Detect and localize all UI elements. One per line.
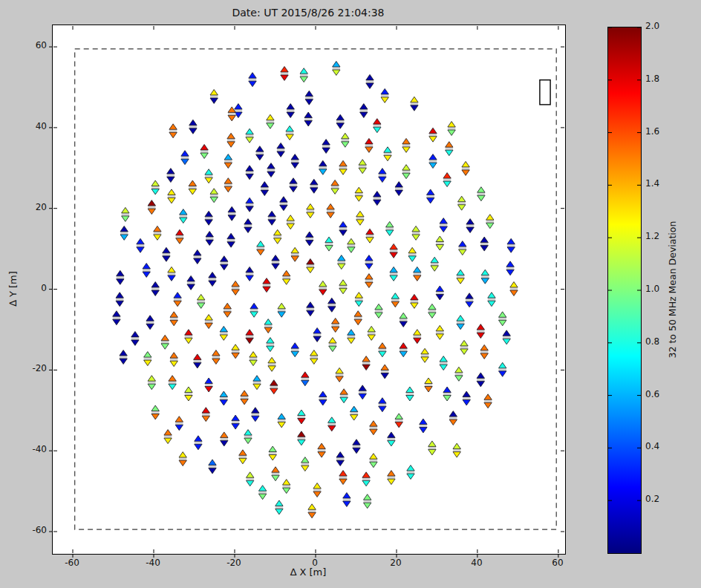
antenna-marker	[168, 267, 175, 281]
antenna-marker	[224, 303, 231, 317]
antenna-marker	[263, 278, 270, 293]
antenna-marker	[484, 394, 492, 408]
antenna-marker	[339, 471, 347, 485]
antenna-marker	[194, 354, 201, 368]
antenna-marker	[239, 450, 247, 464]
antenna-marker	[148, 200, 155, 215]
antenna-marker	[354, 311, 362, 325]
antenna-marker	[272, 255, 279, 270]
antenna-marker	[390, 267, 397, 281]
antenna-marker	[365, 255, 373, 270]
antenna-marker	[151, 180, 159, 195]
antenna-marker	[338, 255, 345, 270]
figure: Date: UT 2015/8/26 21:04:38 -60-40-20020…	[0, 0, 701, 588]
antenna-marker	[264, 319, 272, 333]
antenna-marker	[306, 232, 313, 246]
antenna-marker	[328, 417, 336, 431]
antenna-marker	[477, 324, 484, 339]
antenna-marker	[362, 472, 370, 486]
antenna-marker	[395, 414, 402, 428]
antenna-marker	[113, 311, 120, 325]
antenna-marker	[362, 356, 370, 370]
antenna-marker	[181, 151, 189, 165]
antenna-marker	[455, 367, 463, 381]
antenna-marker	[170, 353, 177, 367]
antenna-marker	[353, 440, 360, 454]
antenna-marker	[278, 303, 285, 317]
antenna-marker	[209, 460, 216, 474]
antenna-marker	[407, 466, 414, 480]
antenna-marker	[257, 241, 264, 255]
antenna-marker	[180, 209, 187, 223]
antenna-marker	[252, 408, 259, 422]
antenna-marker	[425, 378, 432, 392]
antenna-marker	[333, 62, 340, 76]
antenna-marker	[151, 405, 159, 419]
antenna-marker	[120, 226, 128, 240]
antenna-marker	[340, 389, 348, 403]
antenna-marker	[308, 504, 316, 518]
antenna-marker	[499, 312, 506, 326]
antenna-marker	[151, 282, 159, 296]
antenna-marker	[205, 211, 212, 225]
antenna-marker	[480, 344, 488, 359]
antenna-marker	[189, 180, 196, 195]
antenna-marker	[246, 267, 253, 281]
antenna-marker	[116, 293, 123, 307]
antenna-marker	[175, 416, 183, 431]
antenna-marker	[307, 302, 314, 316]
antenna-marker	[506, 261, 514, 275]
antenna-marker	[167, 169, 175, 183]
antenna-marker	[246, 330, 253, 344]
antenna-marker	[507, 238, 515, 252]
antenna-marker	[304, 112, 312, 126]
antenna-marker	[336, 114, 344, 128]
antenna-marker	[370, 454, 377, 468]
antenna-marker	[466, 293, 473, 307]
antenna-marker	[227, 133, 235, 147]
antenna-marker	[463, 391, 470, 405]
antenna-marker	[232, 344, 239, 359]
antenna-marker	[428, 441, 436, 455]
antenna-marker	[488, 293, 495, 307]
antenna-marker	[319, 281, 327, 295]
antenna-marker	[429, 128, 437, 142]
colorbar-tick-label: 1.6	[645, 126, 675, 137]
antenna-marker	[221, 432, 228, 446]
antenna-marker	[368, 326, 375, 340]
antenna-marker	[122, 207, 129, 221]
antenna-marker	[247, 472, 254, 486]
antenna-marker	[359, 385, 366, 399]
antenna-marker	[210, 189, 218, 203]
colorbar	[607, 27, 642, 554]
antenna-marker	[429, 154, 437, 169]
antenna-marker	[143, 264, 150, 278]
antenna-marker	[327, 204, 334, 218]
antenna-marker	[414, 330, 421, 344]
antenna-marker	[350, 406, 358, 420]
antenna-marker	[250, 303, 258, 317]
antenna-marker	[270, 380, 278, 394]
antenna-marker	[146, 316, 154, 330]
antenna-marker	[283, 480, 290, 494]
antenna-marker	[356, 211, 364, 225]
antenna-marker	[366, 74, 374, 88]
antenna-marker	[307, 204, 314, 218]
antenna-marker	[307, 259, 314, 273]
antenna-marker	[462, 161, 469, 175]
antenna-marker	[209, 272, 216, 287]
antenna-marker	[414, 267, 421, 281]
antenna-marker	[412, 226, 420, 240]
antenna-marker	[332, 318, 339, 333]
scatter-plot-canvas	[53, 25, 565, 554]
antenna-marker	[305, 91, 313, 105]
antenna-marker	[144, 352, 151, 366]
plot-area	[52, 24, 566, 555]
antenna-marker	[310, 179, 318, 193]
antenna-marker	[277, 143, 284, 157]
antenna-marker	[374, 192, 381, 206]
antenna-marker	[117, 270, 124, 284]
antenna-marker	[313, 483, 321, 497]
antenna-marker	[300, 68, 307, 82]
antenna-marker	[212, 350, 220, 365]
